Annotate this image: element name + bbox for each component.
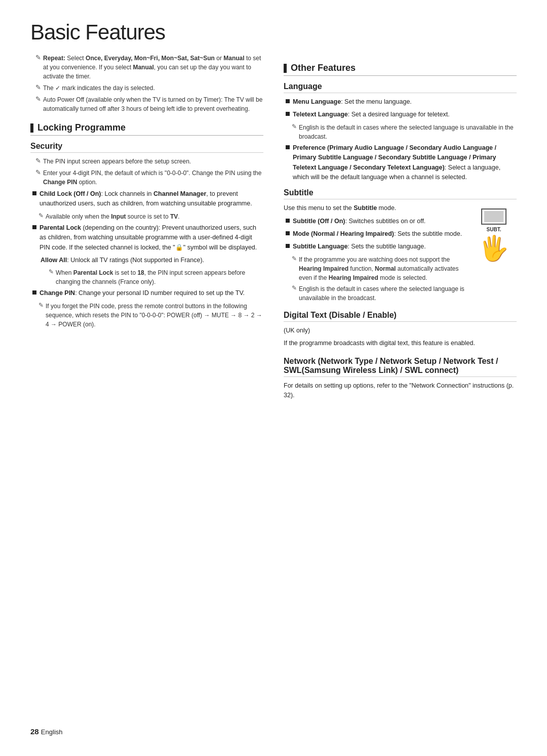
digital-text-body: If the programme broadcasts with digital… — [284, 339, 517, 348]
change-pin-item: Change PIN: Change your personal ID numb… — [30, 288, 263, 298]
subtitle-intro: Use this menu to set the Subtitle mode. — [284, 203, 465, 213]
bullet-sq-teletext — [286, 112, 290, 116]
remote-screen-inner — [484, 211, 503, 222]
page-footer: 28 English — [30, 727, 63, 736]
locking-section-header: Locking Programme — [30, 122, 263, 136]
menu-language-text: Menu Language: Set the menu language. — [293, 97, 517, 107]
section-bar-locking — [30, 123, 33, 133]
note-icon-sec-1: ✎ — [35, 157, 41, 164]
sub-note-icon-parental: ✎ — [49, 268, 54, 275]
child-lock-item: Child Lock (Off / On): Lock channels in … — [30, 189, 263, 209]
security-note-1: ✎ The PIN input screen appears before th… — [30, 157, 263, 166]
parental-lock-item: Parental Lock (depending on the country)… — [30, 223, 263, 253]
change-pin-subnote: ✎ If you forget the PIN code, press the … — [30, 302, 263, 329]
note-icon-1: ✎ — [35, 54, 41, 61]
allow-all-text: Allow All: Unlock all TV ratings (Not su… — [41, 256, 263, 265]
parental-lock-indent: Allow All: Unlock all TV ratings (Not su… — [30, 256, 263, 286]
sub-note-icon-changepin: ✎ — [38, 302, 44, 309]
network-section-body: For details on setting up options, refer… — [284, 381, 517, 401]
subtitle-mode-text: Mode (Normal / Hearing Impaired): Sets t… — [293, 229, 465, 239]
security-subsection-title: Security — [30, 142, 263, 153]
subtitle-lang-item: Subtitle Language: Sets the subtitle lan… — [284, 242, 465, 251]
right-column: Other Features Language Menu Language: S… — [284, 54, 517, 403]
intro-note-text-1: Repeat: Select Once, Everyday, Mon~Fri, … — [43, 54, 263, 81]
section-bar-other — [284, 64, 287, 73]
note-icon-2: ✎ — [35, 83, 41, 91]
note-icon-sec-2: ✎ — [35, 169, 41, 176]
parental-lock-subnote: ✎ When Parental Lock is set to 18, the P… — [41, 268, 263, 286]
remote-hand-icon: 🖐 — [479, 234, 509, 263]
preference-lang-item: Preference (Primary Audio Language / Sec… — [284, 143, 517, 183]
parental-lock-subnote-text: When Parental Lock is set to 18, the PIN… — [56, 268, 263, 286]
bullet-sq-subtlang — [286, 244, 290, 248]
teletext-language-item: Teletext Language: Set a desired languag… — [284, 110, 517, 119]
locking-section-title: Locking Programme — [37, 122, 126, 133]
child-lock-text: Child Lock (Off / On): Lock channels in … — [40, 189, 263, 209]
bullet-sq-subtmode — [286, 231, 290, 235]
bullet-sq-menulang — [286, 99, 290, 103]
intro-note-text-2: The ✓ mark indicates the day is selected… — [43, 83, 155, 93]
intro-note-2: ✎ The ✓ mark indicates the day is select… — [30, 83, 263, 93]
menu-language-item: Menu Language: Set the menu language. — [284, 97, 517, 107]
security-note-2: ✎ Enter your 4-digit PIN, the default of… — [30, 169, 263, 187]
subtitle-content-left: Use this menu to set the Subtitle mode. … — [284, 203, 465, 305]
sub-note-icon-teletext: ✎ — [292, 123, 297, 130]
child-lock-subnote: ✎ Available only when the Input source i… — [30, 212, 263, 221]
sub-note-icon-subt1: ✎ — [292, 255, 297, 262]
intro-note-3: ✎ Auto Power Off (available only when th… — [30, 95, 263, 113]
network-section-title: Network (Network Type / Network Setup / … — [284, 357, 517, 377]
subt-label: SUBT. — [487, 227, 501, 232]
bullet-sq-parental — [32, 225, 36, 229]
network-section: Network (Network Type / Network Setup / … — [284, 357, 517, 401]
subtitle-onoff-text: Subtitle (Off / On): Switches subtitles … — [293, 217, 465, 226]
security-note-text-2: Enter your 4-digit PIN, the default of w… — [43, 169, 263, 187]
change-pin-subnote-text: If you forget the PIN code, press the re… — [46, 302, 263, 329]
page-number: 28 — [30, 727, 39, 736]
other-features-header: Other Features — [284, 63, 517, 76]
subtitle-subnote-text-2: English is the default in cases where th… — [299, 284, 465, 303]
security-note-text-1: The PIN input screen appears before the … — [43, 157, 191, 166]
digital-text-subtitle: (UK only) — [284, 326, 517, 335]
intro-note-text-3: Auto Power Off (available only when the … — [43, 95, 263, 113]
intro-note-1: ✎ Repeat: Select Once, Everyday, Mon~Fri… — [30, 54, 263, 81]
left-column: ✎ Repeat: Select Once, Everyday, Mon~Fri… — [30, 54, 263, 403]
subtitle-remote-image: SUBT. 🖐 — [471, 208, 517, 305]
subtitle-subsection-title: Subtitle — [284, 188, 517, 199]
parental-lock-text: Parental Lock (depending on the country)… — [40, 223, 263, 253]
footer-language: English — [41, 728, 63, 736]
digital-text-subsection-title: Digital Text (Disable / Enable) — [284, 311, 517, 322]
child-lock-subnote-text: Available only when the Input source is … — [46, 212, 180, 221]
note-icon-3: ✎ — [35, 95, 41, 103]
subtitle-onoff-item: Subtitle (Off / On): Switches subtitles … — [284, 217, 465, 226]
bullet-sq-subtonoff — [286, 219, 290, 223]
subtitle-subnote-text-1: If the programme you are watching does n… — [299, 255, 465, 282]
language-subsection-title: Language — [284, 82, 517, 93]
subtitle-subnote-2: ✎ English is the default in cases where … — [284, 284, 465, 303]
other-features-title: Other Features — [291, 63, 356, 73]
preference-lang-text: Preference (Primary Audio Language / Sec… — [293, 143, 517, 183]
teletext-language-text: Teletext Language: Set a desired languag… — [293, 110, 517, 119]
sub-note-icon-childlock: ✎ — [38, 212, 44, 219]
teletext-subnote: ✎ English is the default in cases where … — [284, 123, 517, 141]
subtitle-lang-text: Subtitle Language: Sets the subtitle lan… — [293, 242, 465, 251]
teletext-subnote-text: English is the default in cases where th… — [299, 123, 517, 141]
sub-note-icon-subt2: ✎ — [292, 284, 297, 291]
remote-screen-box — [481, 208, 506, 225]
bullet-sq-changepin — [32, 290, 36, 295]
subtitle-mode-item: Mode (Normal / Hearing Impaired): Sets t… — [284, 229, 465, 239]
bullet-sq-childlock — [32, 191, 36, 195]
subtitle-section-content: Use this menu to set the Subtitle mode. … — [284, 203, 517, 305]
bullet-sq-preflang — [286, 145, 290, 149]
change-pin-text: Change PIN: Change your personal ID numb… — [40, 288, 263, 298]
page-title: Basic Features — [30, 20, 517, 45]
subtitle-subnote-1: ✎ If the programme you are watching does… — [284, 255, 465, 282]
